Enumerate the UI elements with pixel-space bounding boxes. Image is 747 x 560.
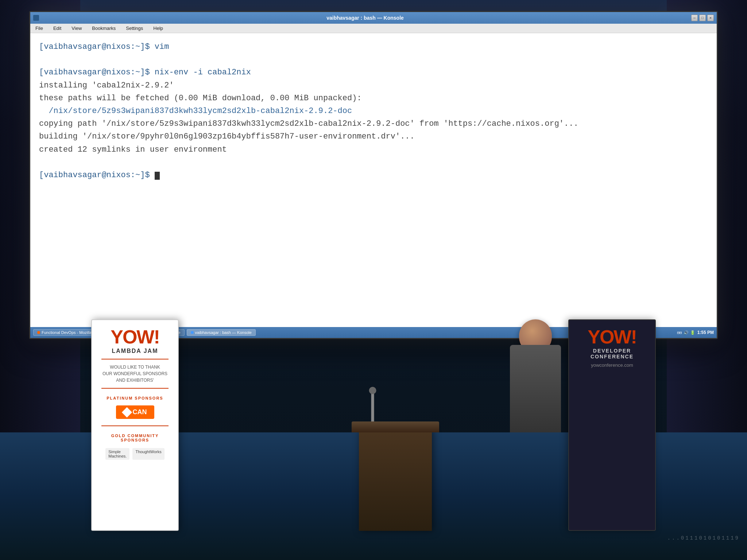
network-icon: ⊟⊟ xyxy=(677,330,682,335)
maximize-button[interactable]: □ xyxy=(699,15,706,21)
terminal-line-7: copying path '/nix/store/5z9s3wipani837d… xyxy=(39,117,708,130)
menu-bookmarks[interactable]: Bookmarks xyxy=(90,25,118,32)
window-title: vaibhavsagar : bash — Konsole xyxy=(42,15,688,21)
terminal-output[interactable]: [vaibhavsagar@nixos:~]$ vim [vaibhavsaga… xyxy=(30,33,717,327)
terminal-line-5: these paths will be fetched (0.00 MiB do… xyxy=(39,92,708,105)
terminal-line-9: created 12 symlinks in user environment xyxy=(39,143,708,156)
menu-settings[interactable]: Settings xyxy=(124,25,145,32)
terminal-line-11: [vaibhavsagar@nixos:~]$ xyxy=(39,169,708,182)
terminal-line-1: [vaibhavsagar@nixos:~]$ vim xyxy=(39,40,708,53)
can-label: CAN xyxy=(133,408,147,416)
banner-left: YOW! LAMBDA JAM WOULD LIKE TO THANKOUR W… xyxy=(91,319,179,531)
konsole-window: vaibhavsagar : bash — Konsole — □ ✕ File… xyxy=(30,12,717,338)
banner-right-subtitle: DEVELOPER CONFERENCE xyxy=(575,348,649,359)
projection-screen: vaibhavsagar : bash — Konsole — □ ✕ File… xyxy=(29,11,718,339)
window-titlebar: vaibhavsagar : bash — Konsole — □ ✕ xyxy=(30,12,717,24)
banner-left-divider xyxy=(101,359,169,359)
banner-left-can-sponsor: CAN xyxy=(116,405,154,419)
menu-file[interactable]: File xyxy=(33,25,45,32)
binary-decoration: ...0111010101119 xyxy=(601,527,747,549)
can-diamond-icon xyxy=(121,407,132,417)
podium-top xyxy=(352,421,439,432)
terminal-line-8: building '/nix/store/9pyhr0l0n6gl903zp16… xyxy=(39,130,708,143)
window-icon xyxy=(33,15,39,21)
banner-left-small-sponsors: SimpleMachines. ThoughtWorks xyxy=(105,448,164,460)
banner-right: YOW! DEVELOPER CONFERENCE yowconference.… xyxy=(568,319,656,531)
banner-right-url: yowconference.com xyxy=(591,362,633,368)
banner-left-body: WOULD LIKE TO THANKOUR WONDERFUL SPONSOR… xyxy=(102,364,167,384)
banner-left-platinum-title: PLATINUM SPONSORS xyxy=(107,396,163,400)
terminal-line-6: /nix/store/5z9s3wipani837d3kwh33lycm2sd2… xyxy=(39,105,708,117)
minimize-button[interactable]: — xyxy=(691,15,698,21)
taskbar-item-konsole[interactable]: vaibhavsagar : bash — Konsole xyxy=(187,329,256,336)
menu-edit[interactable]: Edit xyxy=(51,25,63,32)
presenter xyxy=(499,301,572,432)
banner-left-logo: YOW! xyxy=(111,327,159,346)
taskbar-label-konsole: vaibhavsagar : bash — Konsole xyxy=(195,330,252,335)
menu-bar: File Edit View Bookmarks Settings Help xyxy=(30,24,717,33)
banner-left-divider2 xyxy=(101,388,169,389)
taskbar-dot-firefox xyxy=(37,331,40,334)
banner-right-logo: YOW! xyxy=(588,327,636,346)
close-button[interactable]: ✕ xyxy=(707,15,714,21)
presenter-body xyxy=(510,345,561,432)
battery-icon: 🔋 xyxy=(690,330,695,335)
taskbar-system-icons: ⊟⊟ 🔊 🔋 xyxy=(677,330,695,335)
sponsor-thoughtworks: ThoughtWorks xyxy=(132,448,164,460)
podium xyxy=(359,429,432,531)
menu-view[interactable]: View xyxy=(69,25,84,32)
banner-left-divider3 xyxy=(101,425,169,426)
volume-icon: 🔊 xyxy=(684,330,689,335)
terminal-line-4: installing 'cabal2nix-2.9.2' xyxy=(39,79,708,92)
window-controls[interactable]: — □ ✕ xyxy=(691,15,714,21)
sponsor-simple-machines: SimpleMachines. xyxy=(105,448,129,460)
terminal-line-2 xyxy=(39,53,708,66)
microphone-head xyxy=(369,387,376,394)
banner-left-gold-title: GOLD COMMUNITY SPONSORS xyxy=(98,433,172,442)
terminal-line-3: [vaibhavsagar@nixos:~]$ nix-env -i cabal… xyxy=(39,66,708,79)
terminal-line-10 xyxy=(39,156,708,169)
banner-left-subtitle: LAMBDA JAM xyxy=(112,348,158,354)
taskbar-dot-konsole xyxy=(191,331,194,334)
cursor xyxy=(155,172,160,180)
taskbar-clock: 1:55 PM xyxy=(697,330,714,335)
menu-help[interactable]: Help xyxy=(151,25,165,32)
